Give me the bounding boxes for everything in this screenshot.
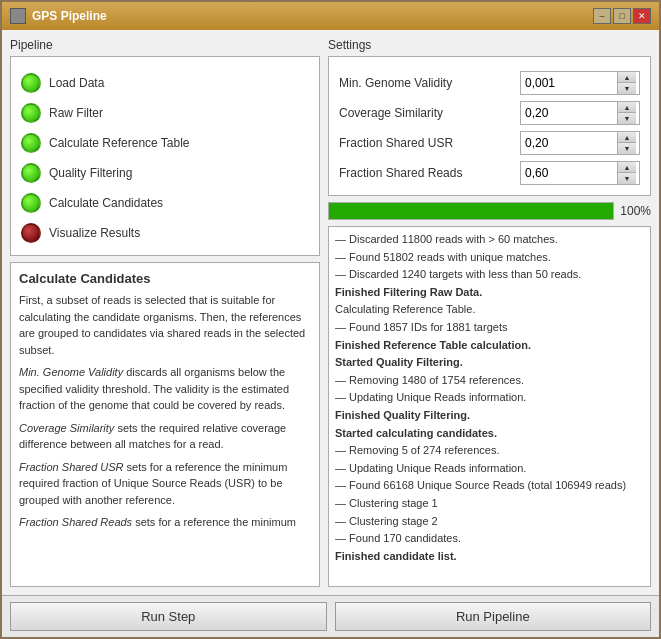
pipeline-section-label: Pipeline (10, 38, 320, 52)
log-line: Finished Quality Filtering. (335, 407, 644, 425)
main-window: GPS Pipeline – □ ✕ Pipeline Load DataRaw… (0, 0, 661, 639)
spinner-down-min-genome-validity[interactable]: ▼ (618, 83, 636, 94)
description-title: Calculate Candidates (19, 271, 311, 286)
log-line: — Discarded 1240 targets with less than … (335, 266, 644, 284)
log-line: — Clustering stage 1 (335, 495, 644, 513)
log-line: — Found 51802 reads with unique matches. (335, 249, 644, 267)
pipeline-item-label-calc-ref-table: Calculate Reference Table (49, 136, 190, 150)
window-title: GPS Pipeline (32, 9, 107, 23)
progress-label: 100% (620, 204, 651, 218)
maximize-button[interactable]: □ (613, 8, 631, 24)
pipeline-item-raw-filter[interactable]: Raw Filter (21, 101, 309, 125)
pipeline-item-quality-filtering[interactable]: Quality Filtering (21, 161, 309, 185)
status-dot-calc-candidates (21, 193, 41, 213)
settings-row-coverage-similarity: Coverage Similarity▲▼ (339, 101, 640, 125)
spinner-input-coverage-similarity[interactable] (521, 105, 617, 121)
minimize-button[interactable]: – (593, 8, 611, 24)
spinner-up-fraction-shared-usr[interactable]: ▲ (618, 132, 636, 143)
app-icon (10, 8, 26, 24)
settings-row-min-genome-validity: Min. Genome Validity▲▼ (339, 71, 640, 95)
status-dot-raw-filter (21, 103, 41, 123)
pipeline-section: Pipeline Load DataRaw FilterCalculate Re… (10, 38, 320, 256)
log-line: Calculating Reference Table. (335, 301, 644, 319)
description-paragraph: Coverage Similarity sets the required re… (19, 420, 311, 453)
description-content: First, a subset of reads is selected tha… (19, 292, 311, 578)
settings-row-fraction-shared-reads: Fraction Shared Reads▲▼ (339, 161, 640, 185)
pipeline-item-label-calc-candidates: Calculate Candidates (49, 196, 163, 210)
spinner-input-fraction-shared-reads[interactable] (521, 165, 617, 181)
spinner-up-min-genome-validity[interactable]: ▲ (618, 72, 636, 83)
bottom-bar: Run Step Run Pipeline (2, 595, 659, 637)
description-paragraph: Min. Genome Validity discards all organi… (19, 364, 311, 414)
log-line: Finished Filtering Raw Data. (335, 284, 644, 302)
status-dot-load-data (21, 73, 41, 93)
spinner-input-min-genome-validity[interactable] (521, 75, 617, 91)
right-panel: Settings Min. Genome Validity▲▼Coverage … (328, 38, 651, 587)
spinner-fraction-shared-reads[interactable]: ▲▼ (520, 161, 640, 185)
progress-area: 100% (328, 202, 651, 220)
log-line: — Removing 1480 of 1754 references. (335, 372, 644, 390)
spinner-down-coverage-similarity[interactable]: ▼ (618, 113, 636, 124)
main-content: Pipeline Load DataRaw FilterCalculate Re… (2, 30, 659, 595)
pipeline-item-label-raw-filter: Raw Filter (49, 106, 103, 120)
settings-box: Min. Genome Validity▲▼Coverage Similarit… (328, 56, 651, 196)
pipeline-item-label-load-data: Load Data (49, 76, 104, 90)
log-line: — Clustering stage 2 (335, 513, 644, 531)
log-line: — Found 170 candidates. (335, 530, 644, 548)
close-button[interactable]: ✕ (633, 8, 651, 24)
settings-rows: Min. Genome Validity▲▼Coverage Similarit… (339, 71, 640, 185)
log-line: — Discarded 11800 reads with > 60 matche… (335, 231, 644, 249)
description-paragraph: First, a subset of reads is selected tha… (19, 292, 311, 358)
pipeline-item-calc-ref-table[interactable]: Calculate Reference Table (21, 131, 309, 155)
description-paragraph: Fraction Shared USR sets for a reference… (19, 459, 311, 509)
settings-label-min-genome-validity: Min. Genome Validity (339, 76, 520, 90)
spinner-min-genome-validity[interactable]: ▲▼ (520, 71, 640, 95)
spinner-down-fraction-shared-usr[interactable]: ▼ (618, 143, 636, 154)
log-line: — Found 66168 Unique Source Reads (total… (335, 477, 644, 495)
status-dot-visualize-results (21, 223, 41, 243)
pipeline-box: Load DataRaw FilterCalculate Reference T… (10, 56, 320, 256)
settings-section: Settings Min. Genome Validity▲▼Coverage … (328, 38, 651, 196)
log-line: — Updating Unique Reads information. (335, 389, 644, 407)
spinner-up-fraction-shared-reads[interactable]: ▲ (618, 162, 636, 173)
status-dot-quality-filtering (21, 163, 41, 183)
log-box[interactable]: — Discarded 11800 reads with > 60 matche… (328, 226, 651, 587)
settings-row-fraction-shared-usr: Fraction Shared USR▲▼ (339, 131, 640, 155)
progress-bar-fill (329, 203, 613, 219)
log-line: — Found 1857 IDs for 1881 targets (335, 319, 644, 337)
settings-label-fraction-shared-usr: Fraction Shared USR (339, 136, 520, 150)
pipeline-item-load-data[interactable]: Load Data (21, 71, 309, 95)
log-line: — Removing 5 of 274 references. (335, 442, 644, 460)
left-panel: Pipeline Load DataRaw FilterCalculate Re… (10, 38, 320, 587)
spinner-down-fraction-shared-reads[interactable]: ▼ (618, 173, 636, 184)
title-bar-left: GPS Pipeline (10, 8, 107, 24)
run-pipeline-button[interactable]: Run Pipeline (335, 602, 652, 631)
pipeline-item-visualize-results[interactable]: Visualize Results (21, 221, 309, 245)
progress-bar-container (328, 202, 614, 220)
run-step-button[interactable]: Run Step (10, 602, 327, 631)
log-line: Started Quality Filtering. (335, 354, 644, 372)
log-line: Finished candidate list. (335, 548, 644, 566)
settings-label-coverage-similarity: Coverage Similarity (339, 106, 520, 120)
pipeline-item-calc-candidates[interactable]: Calculate Candidates (21, 191, 309, 215)
status-dot-calc-ref-table (21, 133, 41, 153)
pipeline-item-label-visualize-results: Visualize Results (49, 226, 140, 240)
pipeline-items: Load DataRaw FilterCalculate Reference T… (21, 71, 309, 245)
spinner-fraction-shared-usr[interactable]: ▲▼ (520, 131, 640, 155)
settings-label-fraction-shared-reads: Fraction Shared Reads (339, 166, 520, 180)
description-box: Calculate Candidates First, a subset of … (10, 262, 320, 587)
title-controls: – □ ✕ (593, 8, 651, 24)
progress-row: 100% (328, 202, 651, 220)
log-line: — Updating Unique Reads information. (335, 460, 644, 478)
pipeline-item-label-quality-filtering: Quality Filtering (49, 166, 132, 180)
title-bar: GPS Pipeline – □ ✕ (2, 2, 659, 30)
log-line: Finished Reference Table calculation. (335, 337, 644, 355)
spinner-coverage-similarity[interactable]: ▲▼ (520, 101, 640, 125)
description-paragraph: Fraction Shared Reads sets for a referen… (19, 514, 311, 531)
spinner-input-fraction-shared-usr[interactable] (521, 135, 617, 151)
log-line: Started calculating candidates. (335, 425, 644, 443)
spinner-up-coverage-similarity[interactable]: ▲ (618, 102, 636, 113)
settings-section-label: Settings (328, 38, 651, 52)
